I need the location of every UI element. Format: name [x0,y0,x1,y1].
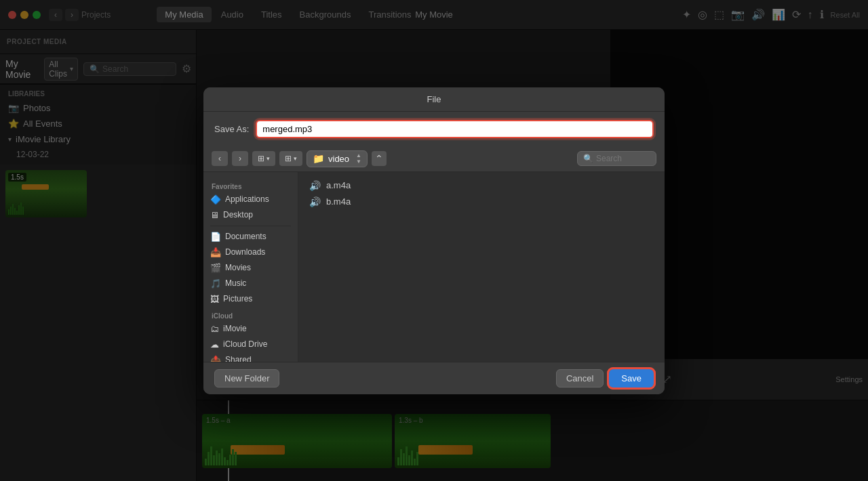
movies-icon: 🎬 [210,263,221,273]
desktop-icon: 🖥 [210,210,219,220]
ms-pictures[interactable]: 🖼 Pictures [203,291,298,307]
favorites-label: Favorites [203,177,298,192]
modal-forward-button[interactable]: › [232,151,248,166]
modal-files: 🔊 a.m4a 🔊 b.m4a [298,172,665,362]
documents-icon: 📄 [210,232,221,242]
ms-desktop[interactable]: 🖥 Desktop [203,207,298,223]
expand-button[interactable]: ⌃ [372,151,387,166]
arrow-down-icon: ▼ [356,159,361,165]
folder-arrows: ▲ ▼ [356,153,361,165]
grid-view-icon: ⊞ [285,154,292,163]
grid-view-chevron: ▾ [294,155,297,162]
grid-view-button[interactable]: ⊞ ▾ [279,151,302,166]
modal-body: Favorites 🔷 Applications 🖥 Desktop 📄 Doc… [203,172,665,362]
cancel-button[interactable]: Cancel [556,369,604,388]
save-as-label: Save As: [214,124,249,134]
shared-icon: 📤 [210,355,221,362]
modal-search-icon: 🔍 [583,154,593,163]
modal-header: File [203,87,665,112]
ms-shared[interactable]: 📤 Shared [203,352,298,362]
folder-select[interactable]: 📁 video ▲ ▼ [307,150,368,167]
save-as-row: Save As: [203,112,665,146]
applications-icon: 🔷 [210,194,221,205]
modal-overlay: File Save As: ‹ › ⊞ ▾ ⊞ ▾ 📁 video ▲ [0,0,868,481]
file-item-b[interactable]: 🔊 b.m4a [304,194,659,210]
ms-icloud-drive[interactable]: ☁ iCloud Drive [203,337,298,352]
list-view-chevron: ▾ [267,155,270,162]
list-view-icon: ⊞ [258,154,264,163]
file-a-name: a.m4a [326,180,351,190]
ms-imovie[interactable]: 🗂 iMovie [203,321,298,337]
modal-title: File [427,94,441,104]
pictures-icon: 🖼 [210,294,219,304]
ms-music[interactable]: 🎵 Music [203,276,298,291]
modal-search: 🔍 [577,151,656,166]
modal-footer: New Folder Cancel Save [203,362,665,394]
file-b-name: b.m4a [326,196,351,207]
ms-movies[interactable]: 🎬 Movies [203,260,298,276]
modal-sidebar: Favorites 🔷 Applications 🖥 Desktop 📄 Doc… [203,172,298,362]
modal-back-button[interactable]: ‹ [212,151,228,166]
save-button[interactable]: Save [609,369,654,388]
arrow-up-icon: ▲ [356,153,361,159]
new-folder-button[interactable]: New Folder [214,369,279,388]
modal-toolbar: ‹ › ⊞ ▾ ⊞ ▾ 📁 video ▲ ▼ ⌃ 🔍 [203,146,665,172]
save-as-input[interactable] [256,120,654,138]
music-icon: 🎵 [210,278,221,289]
ms-documents[interactable]: 📄 Documents [203,229,298,245]
folder-name: video [328,154,349,164]
list-view-button[interactable]: ⊞ ▾ [252,151,275,166]
footer-right: Cancel Save [556,369,654,388]
ms-applications[interactable]: 🔷 Applications [203,192,298,207]
icloud-drive-icon: ☁ [210,339,219,350]
imovie-icon: 🗂 [210,324,219,334]
file-save-modal: File Save As: ‹ › ⊞ ▾ ⊞ ▾ 📁 video ▲ [203,87,665,394]
downloads-icon: 📥 [210,247,221,257]
ms-divider-1 [210,226,291,226]
file-item-a[interactable]: 🔊 a.m4a [304,177,659,194]
file-a-icon: 🔊 [309,180,321,191]
modal-search-input[interactable] [596,154,650,163]
icloud-label: iCloud [203,307,298,321]
ms-downloads[interactable]: 📥 Downloads [203,245,298,260]
folder-icon: 📁 [313,153,324,164]
file-b-icon: 🔊 [309,196,321,207]
